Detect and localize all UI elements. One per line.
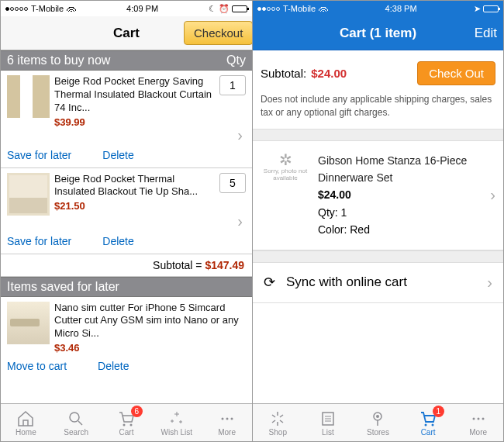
cart-content[interactable]: Subtotal: $24.00 Check Out Does not incl… bbox=[253, 50, 503, 403]
battery-icon bbox=[483, 5, 499, 12]
section-gap bbox=[253, 250, 503, 263]
svg-point-5 bbox=[230, 417, 233, 420]
more-icon bbox=[469, 409, 488, 428]
product-price: $3.46 bbox=[54, 342, 241, 355]
tab-cart[interactable]: 6Cart bbox=[102, 404, 152, 441]
qty-input[interactable]: 5 bbox=[219, 173, 246, 193]
product-price: $24.00 bbox=[318, 186, 485, 203]
cart-item[interactable]: ✲ Sorry, photo not available Gibson Home… bbox=[253, 141, 503, 250]
tab-bar: Shop List Stores 1Cart More bbox=[253, 403, 503, 441]
save-for-later-link[interactable]: Save for later bbox=[7, 149, 71, 161]
svg-point-11 bbox=[472, 417, 475, 420]
wifi-icon bbox=[67, 4, 76, 13]
svg-point-12 bbox=[477, 417, 479, 420]
cart-badge: 6 bbox=[131, 406, 143, 417]
product-name: Gibson Home Stanza 16-Piece Dinnerware S… bbox=[318, 152, 485, 187]
product-price: $21.50 bbox=[54, 200, 215, 213]
product-thumb bbox=[7, 173, 50, 216]
edit-button[interactable]: Edit bbox=[435, 26, 497, 41]
subtotal-row: Subtotal = $147.49 bbox=[1, 254, 252, 277]
product-name: Beige Rod Pocket Thermal Insulated Black… bbox=[54, 173, 215, 199]
amazon-screen: T-Mobile 4:09 PM ☾ ⏰ Cart Checkout 6 ite… bbox=[1, 1, 252, 441]
checkout-button[interactable]: Checkout bbox=[184, 21, 253, 45]
product-color: Color: Red bbox=[318, 221, 485, 238]
section-saved: Items saved for later bbox=[1, 277, 252, 297]
nav-bar: Cart (1 item) Edit bbox=[253, 16, 503, 50]
alarm-icon: ⏰ bbox=[219, 4, 230, 14]
product-name: Nano sim cutter For iPhone 5 Simcard Cut… bbox=[54, 302, 241, 341]
svg-point-13 bbox=[482, 417, 484, 420]
move-to-cart-link[interactable]: Move to cart bbox=[7, 360, 67, 372]
spark-icon bbox=[268, 409, 287, 428]
delete-link[interactable]: Delete bbox=[102, 235, 133, 247]
svg-point-8 bbox=[376, 415, 379, 418]
page-title: Cart (1 item) bbox=[321, 26, 435, 41]
delete-link[interactable]: Delete bbox=[102, 149, 133, 161]
qty-input[interactable]: 1 bbox=[219, 75, 246, 95]
list-icon bbox=[319, 409, 337, 428]
walmart-screen: T-Mobile 4:38 PM ➤ Cart (1 item) Edit Su… bbox=[252, 1, 503, 441]
home-icon bbox=[16, 409, 35, 428]
sparkle-icon bbox=[167, 409, 186, 428]
moon-icon: ☾ bbox=[209, 4, 216, 14]
svg-point-0 bbox=[70, 413, 79, 422]
wifi-icon bbox=[319, 4, 328, 13]
cart-item[interactable]: Beige Rod Pocket Thermal Insulated Black… bbox=[1, 168, 252, 216]
tab-stores[interactable]: Stores bbox=[353, 404, 403, 441]
carrier-label: T-Mobile bbox=[31, 4, 64, 13]
product-thumb bbox=[7, 75, 50, 118]
tab-more[interactable]: More bbox=[202, 404, 252, 441]
tab-cart[interactable]: 1Cart bbox=[403, 404, 454, 441]
svg-point-4 bbox=[226, 417, 228, 420]
svg-point-2 bbox=[129, 423, 132, 426]
status-time: 4:38 PM bbox=[328, 4, 474, 13]
tab-bar: Home Search 6Cart Wish List More bbox=[1, 403, 252, 441]
signal-dots-icon bbox=[257, 7, 280, 11]
pin-icon bbox=[368, 409, 387, 428]
tab-shop[interactable]: Shop bbox=[253, 404, 303, 441]
tab-home[interactable]: Home bbox=[1, 404, 51, 441]
delete-link[interactable]: Delete bbox=[98, 360, 129, 372]
svg-point-1 bbox=[123, 423, 125, 426]
sync-row[interactable]: ⟳ Sync with online cart › bbox=[253, 263, 503, 303]
disclaimer-text: Does not include any applicable shipping… bbox=[253, 93, 503, 129]
product-qty: Qty: 1 bbox=[318, 204, 485, 221]
battery-icon bbox=[232, 5, 247, 12]
signal-dots-icon bbox=[5, 7, 28, 11]
cart-content[interactable]: 6 items to buy now Qty Beige Rod Pocket … bbox=[1, 50, 252, 403]
product-name: Beige Rod Pocket Energy Saving Thermal I… bbox=[54, 75, 215, 115]
svg-point-3 bbox=[221, 417, 223, 420]
status-time: 4:09 PM bbox=[76, 4, 209, 13]
product-thumb-placeholder: ✲ Sorry, photo not available bbox=[261, 152, 310, 181]
page-title: Cart bbox=[69, 26, 184, 41]
saved-item[interactable]: Nano sim cutter For iPhone 5 Simcard Cut… bbox=[1, 297, 252, 356]
cart-badge: 1 bbox=[433, 406, 444, 417]
section-buy-now: 6 items to buy now Qty bbox=[1, 50, 252, 71]
tab-list[interactable]: List bbox=[303, 404, 354, 441]
chevron-right-icon: › bbox=[487, 274, 492, 292]
tab-wishlist[interactable]: Wish List bbox=[151, 404, 202, 441]
tab-search[interactable]: Search bbox=[51, 404, 102, 441]
subtotal-row: Subtotal: $24.00 Check Out bbox=[253, 50, 503, 93]
svg-point-10 bbox=[432, 423, 434, 426]
save-for-later-link[interactable]: Save for later bbox=[7, 235, 71, 247]
search-icon bbox=[67, 409, 85, 428]
carrier-label: T-Mobile bbox=[283, 4, 316, 13]
product-price: $39.99 bbox=[54, 116, 215, 129]
status-bar: T-Mobile 4:38 PM ➤ bbox=[253, 1, 503, 16]
more-icon bbox=[218, 409, 236, 428]
cart-item[interactable]: Beige Rod Pocket Energy Saving Thermal I… bbox=[1, 71, 252, 129]
status-bar: T-Mobile 4:09 PM ☾ ⏰ bbox=[1, 1, 252, 16]
product-thumb bbox=[7, 302, 50, 344]
sync-icon: ⟳ bbox=[264, 274, 275, 291]
location-icon: ➤ bbox=[474, 4, 481, 14]
chevron-right-icon: › bbox=[490, 186, 495, 204]
svg-point-9 bbox=[425, 423, 427, 426]
section-gap bbox=[253, 129, 503, 141]
checkout-button[interactable]: Check Out bbox=[417, 61, 495, 85]
tab-more[interactable]: More bbox=[453, 404, 503, 441]
loading-icon: ✲ bbox=[261, 152, 310, 167]
nav-bar: Cart Checkout bbox=[1, 16, 252, 50]
